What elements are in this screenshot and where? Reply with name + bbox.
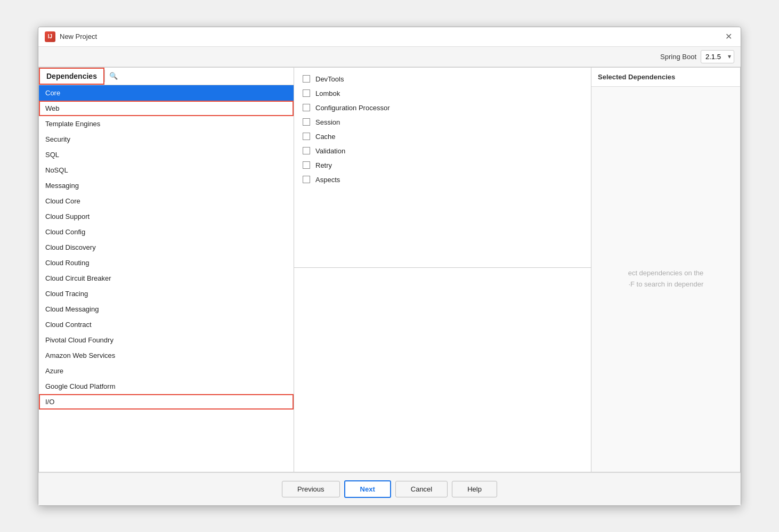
dep-item-cache[interactable]: Cache — [294, 129, 591, 144]
dep-checkbox-lombok[interactable] — [303, 89, 310, 97]
app-icon: IJ — [45, 31, 55, 42]
category-item-web[interactable]: Web — [39, 101, 294, 116]
left-panel: Dependencies 🔍 Core Web Template Engines… — [38, 67, 294, 472]
category-item-cloud-support[interactable]: Cloud Support — [39, 209, 294, 224]
help-button[interactable]: Help — [452, 481, 497, 497]
dep-label-configuration-processor: Configuration Processor — [315, 104, 390, 112]
search-input[interactable] — [120, 72, 289, 80]
description-area — [294, 268, 591, 472]
category-item-cloud-tracing[interactable]: Cloud Tracing — [39, 286, 294, 301]
category-item-cloud-circuit-breaker[interactable]: Cloud Circuit Breaker — [39, 271, 294, 286]
dep-checkbox-validation[interactable] — [303, 147, 310, 154]
spring-boot-select-wrapper[interactable]: 2.1.5 — [701, 50, 734, 63]
dependencies-label: Dependencies — [39, 68, 104, 85]
category-item-nosql[interactable]: NoSQL — [39, 162, 294, 178]
hint-line1: ect dependencies on the — [628, 268, 704, 279]
main-content: Spring Boot 2.1.5 Dependencies 🔍 — [38, 47, 741, 472]
previous-button[interactable]: Previous — [282, 481, 340, 497]
category-item-azure[interactable]: Azure — [39, 363, 294, 379]
middle-panel: DevTools Lombok Configuration Processor … — [294, 67, 591, 472]
spring-boot-select[interactable]: 2.1.5 — [701, 50, 734, 63]
selected-dependencies-label: Selected Dependencies — [591, 68, 740, 87]
dep-checkbox-aspects[interactable] — [303, 176, 310, 183]
dep-checkbox-configuration-processor[interactable] — [303, 104, 310, 111]
dep-checkbox-cache[interactable] — [303, 133, 310, 140]
category-item-cloud-core[interactable]: Cloud Core — [39, 193, 294, 209]
category-item-google-cloud-platform[interactable]: Google Cloud Platform — [39, 379, 294, 394]
category-item-cloud-discovery[interactable]: Cloud Discovery — [39, 240, 294, 255]
category-item-cloud-config[interactable]: Cloud Config — [39, 224, 294, 240]
deps-header-row: Dependencies 🔍 — [39, 68, 294, 85]
cancel-button[interactable]: Cancel — [395, 481, 448, 497]
category-item-cloud-messaging[interactable]: Cloud Messaging — [39, 301, 294, 317]
category-item-template-engines[interactable]: Template Engines — [39, 116, 294, 132]
search-icon: 🔍 — [109, 72, 118, 80]
category-item-sql[interactable]: SQL — [39, 147, 294, 162]
dep-label-retry: Retry — [315, 161, 332, 169]
spring-boot-label: Spring Boot — [660, 53, 696, 61]
right-panel-hint: ect dependencies on the ·F to search in … — [628, 268, 704, 290]
footer: Previous Next Cancel Help — [38, 472, 741, 505]
dep-item-validation[interactable]: Validation — [294, 144, 591, 158]
dep-item-retry[interactable]: Retry — [294, 158, 591, 173]
dep-item-session[interactable]: Session — [294, 115, 591, 129]
category-item-pivotal-cloud-foundry[interactable]: Pivotal Cloud Foundry — [39, 332, 294, 348]
window-title: New Project — [60, 32, 97, 40]
dep-label-validation: Validation — [315, 147, 345, 155]
panels-row: Dependencies 🔍 Core Web Template Engines… — [38, 67, 741, 472]
right-panel-content: ect dependencies on the ·F to search in … — [591, 87, 740, 472]
dep-checkbox-session[interactable] — [303, 118, 310, 126]
dep-label-devtools: DevTools — [315, 75, 344, 83]
category-item-io[interactable]: I/O — [39, 394, 294, 410]
category-item-core[interactable]: Core — [39, 85, 294, 101]
category-item-cloud-contract[interactable]: Cloud Contract — [39, 317, 294, 332]
category-item-amazon-web-services[interactable]: Amazon Web Services — [39, 348, 294, 363]
dep-item-lombok[interactable]: Lombok — [294, 86, 591, 101]
close-button[interactable]: ✕ — [723, 31, 734, 42]
dep-item-aspects[interactable]: Aspects — [294, 173, 591, 187]
dep-label-aspects: Aspects — [315, 176, 340, 184]
search-box[interactable]: 🔍 — [104, 70, 294, 82]
dep-label-session: Session — [315, 118, 340, 126]
category-item-security[interactable]: Security — [39, 132, 294, 147]
next-button[interactable]: Next — [344, 480, 391, 498]
dep-label-lombok: Lombok — [315, 89, 340, 97]
title-bar: IJ New Project ✕ — [38, 27, 741, 47]
right-panel: Selected Dependencies ect dependencies o… — [591, 67, 741, 472]
dep-item-devtools[interactable]: DevTools — [294, 72, 591, 86]
new-project-window: IJ New Project ✕ Spring Boot 2.1.5 Depen… — [38, 27, 741, 506]
dep-label-cache: Cache — [315, 133, 336, 141]
category-item-cloud-routing[interactable]: Cloud Routing — [39, 255, 294, 271]
dep-checkbox-devtools[interactable] — [303, 75, 310, 83]
hint-line2: ·F to search in depender — [628, 279, 704, 290]
dependency-list: DevTools Lombok Configuration Processor … — [294, 68, 591, 268]
dep-item-configuration-processor[interactable]: Configuration Processor — [294, 101, 591, 115]
category-item-messaging[interactable]: Messaging — [39, 178, 294, 193]
spring-boot-row: Spring Boot 2.1.5 — [38, 47, 741, 67]
title-bar-left: IJ New Project — [45, 31, 97, 42]
dep-checkbox-retry[interactable] — [303, 161, 310, 169]
category-list: Core Web Template Engines Security SQL N… — [39, 85, 294, 472]
